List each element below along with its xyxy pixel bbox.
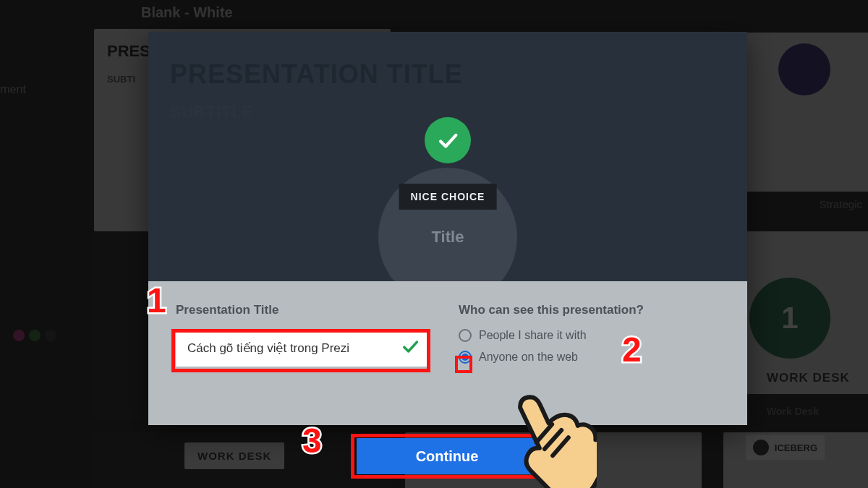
checkmark-icon [425,117,471,163]
privacy-option-private[interactable]: People I share it with [459,329,720,342]
radio-label: People I share it with [479,329,587,342]
template-preview: PRESENTATION TITLE SUBTITLE Title NICE C… [148,32,747,281]
privacy-option-public[interactable]: Anyone on the web [459,351,720,364]
privacy-field-label: Who can see this presentation? [459,303,720,317]
preview-title: PRESENTATION TITLE [170,59,726,90]
radio-label: Anyone on the web [479,351,578,364]
pointer-hand-icon [503,383,597,488]
annotation-highlight-radio [455,356,472,373]
title-field-label: Presentation Title [176,303,437,317]
radio-icon [459,329,472,342]
circle-label: Title [432,228,464,247]
annotation-highlight-title-input [171,329,430,372]
annotation-number-2: 2 [622,330,642,369]
annotation-number-3: 3 [302,421,322,461]
annotation-number-1: 1 [147,281,166,320]
confirmation-label: NICE CHOICE [399,184,497,210]
